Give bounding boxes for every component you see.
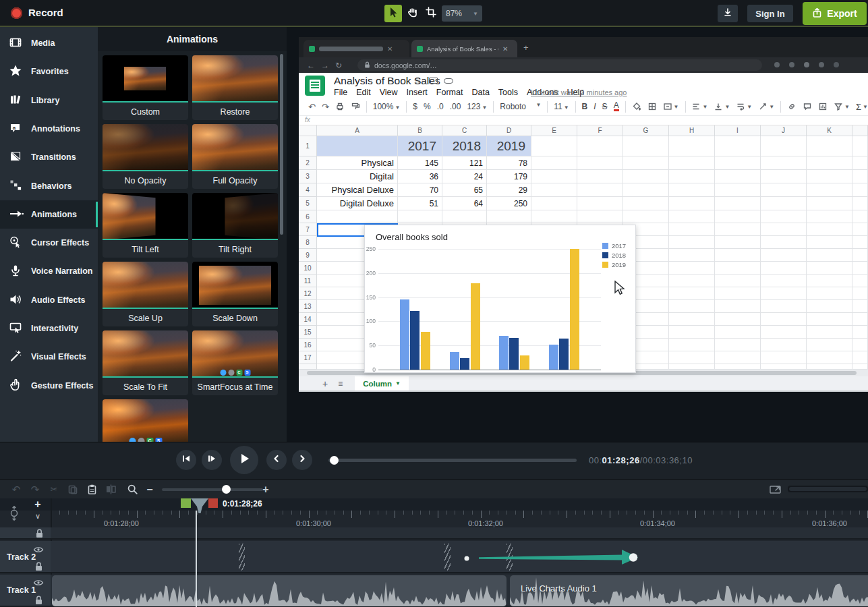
animation-tile-custom[interactable]: Custom bbox=[103, 55, 188, 120]
download-button[interactable] bbox=[718, 5, 738, 22]
bar-2017-physical-deluxe bbox=[499, 336, 509, 370]
timeline-zoom-slider[interactable] bbox=[162, 488, 263, 491]
sidebar-item-voice-narration[interactable]: Voice Narration bbox=[0, 257, 98, 285]
seek-track[interactable] bbox=[328, 459, 577, 462]
animation-tile-partial[interactable]: CS bbox=[103, 399, 188, 442]
cut-icon: ✂ bbox=[51, 484, 58, 494]
add-track-button[interactable]: + bbox=[31, 499, 45, 511]
animations-panel: Animations Custom Restore No Opacity Ful… bbox=[98, 27, 287, 442]
ruler-tick bbox=[248, 511, 249, 515]
menu-view: View bbox=[380, 88, 398, 97]
grid-cell bbox=[761, 351, 807, 364]
sidebar-item-visual-effects[interactable]: Visual Effects bbox=[0, 343, 98, 371]
sidebar-item-animations[interactable]: Animations bbox=[0, 200, 98, 229]
grid-cell bbox=[807, 136, 852, 156]
animation-tile-scale-down[interactable]: Scale Down bbox=[192, 262, 278, 326]
panel-scrollbar[interactable] bbox=[280, 54, 283, 235]
animation-thumbnail bbox=[192, 193, 278, 240]
animation-tile-smartfocus-at-time[interactable]: CS SmartFocus at Time bbox=[192, 330, 278, 395]
sidebar-item-label: Library bbox=[31, 96, 59, 105]
column-header: H bbox=[669, 125, 715, 136]
clip-label: Live Charts Audio 1 bbox=[521, 583, 597, 594]
grid-cell: 179 bbox=[487, 170, 531, 183]
chart-gridline bbox=[378, 273, 601, 274]
canvas-zoom-select[interactable]: 87%▼ bbox=[442, 5, 482, 22]
export-button[interactable]: Export bbox=[803, 2, 867, 25]
column-header: J bbox=[761, 125, 807, 136]
cloud-status-icon bbox=[444, 78, 453, 84]
behaviors-icon bbox=[9, 179, 24, 194]
next-button[interactable] bbox=[292, 450, 312, 470]
pan-tool-button[interactable] bbox=[404, 5, 422, 22]
ruler-tick bbox=[412, 511, 413, 515]
animation-tile-scale-up[interactable]: Scale Up bbox=[103, 262, 188, 326]
animation-tile-full-opacity[interactable]: Full Opacity bbox=[192, 124, 278, 189]
paste-button[interactable] bbox=[84, 480, 100, 499]
timeline-hscrollbar[interactable] bbox=[788, 486, 868, 492]
italic-icon: I bbox=[594, 102, 596, 111]
animation-tile-scale-to-fit[interactable]: Scale To Fit bbox=[103, 330, 188, 395]
ruler-tick bbox=[360, 511, 361, 515]
audio-clip-live-charts[interactable]: Live Charts Audio 1 bbox=[510, 575, 868, 606]
sidebar-item-favorites[interactable]: Favorites bbox=[0, 57, 98, 86]
playhead-line[interactable] bbox=[196, 511, 197, 607]
sidebar-item-interactivity[interactable]: Interactivity bbox=[0, 314, 98, 343]
sidebar-item-audio-effects[interactable]: Audio Effects bbox=[0, 286, 98, 314]
pointer-tool-button[interactable] bbox=[384, 5, 402, 22]
zoom-out-button[interactable]: − bbox=[142, 480, 158, 499]
sidebar-item-gesture-effects[interactable]: Gesture Effects bbox=[0, 372, 98, 400]
row-header: 14 bbox=[299, 313, 317, 326]
magnifier-button[interactable] bbox=[124, 480, 140, 499]
pointer-icon bbox=[387, 6, 399, 21]
ruler-tick bbox=[257, 511, 258, 515]
animation-arrow[interactable] bbox=[462, 542, 644, 569]
collapse-tracks-button[interactable]: ∨ bbox=[31, 512, 45, 522]
grid-cell bbox=[852, 197, 868, 210]
lock-icon[interactable] bbox=[34, 562, 43, 574]
lock-icon[interactable] bbox=[35, 529, 44, 541]
previous-button[interactable] bbox=[266, 450, 287, 470]
grid-cell: 24 bbox=[442, 170, 487, 183]
redo-icon: ↷ bbox=[31, 484, 40, 496]
timeline-zoom-handle[interactable] bbox=[222, 485, 231, 494]
row-header: 12 bbox=[299, 287, 317, 300]
crop-tool-button[interactable] bbox=[422, 5, 440, 22]
playhead-handle[interactable] bbox=[191, 498, 208, 514]
detach-timeline-button[interactable] bbox=[769, 484, 784, 498]
step-forward-button[interactable] bbox=[202, 450, 222, 470]
track-name: Track 1 bbox=[7, 585, 36, 595]
ruler-tick bbox=[704, 511, 705, 515]
sign-in-button[interactable]: Sign In bbox=[747, 5, 793, 22]
ruler-tick bbox=[653, 511, 654, 518]
sidebar-item-cursor-effects[interactable]: Cursor Effects bbox=[0, 229, 98, 257]
ruler-tick bbox=[85, 511, 86, 515]
grid-cell bbox=[669, 156, 715, 170]
seek-handle[interactable] bbox=[330, 456, 339, 465]
animation-tile-restore[interactable]: Restore bbox=[192, 55, 278, 120]
toolbar-zoom: 100%▼ bbox=[373, 102, 401, 111]
lock-icon[interactable] bbox=[34, 596, 43, 607]
play-icon bbox=[237, 452, 251, 468]
sidebar-item-transitions[interactable]: Transitions bbox=[0, 143, 98, 171]
audio-clip[interactable] bbox=[52, 575, 507, 606]
browser-nav-bar: ← → ↻ docs.google.com/… bbox=[299, 57, 868, 73]
playhead-out-handle[interactable] bbox=[208, 498, 218, 508]
animation-tile-label: Full Opacity bbox=[192, 173, 278, 189]
play-button[interactable] bbox=[230, 446, 258, 474]
sidebar-item-behaviors[interactable]: Behaviors bbox=[0, 172, 98, 200]
sidebar-item-annotations[interactable]: a Annotations bbox=[0, 115, 98, 143]
animation-tile-no-opacity[interactable]: No Opacity bbox=[103, 124, 188, 189]
sidebar-item-media[interactable]: Media bbox=[0, 29, 98, 57]
animation-tile-tilt-left[interactable]: Tilt Left bbox=[103, 193, 188, 258]
playhead-in-handle[interactable] bbox=[181, 498, 191, 508]
toolbar-separator bbox=[547, 101, 548, 113]
grid-cell bbox=[531, 170, 577, 183]
animation-tile-tilt-right[interactable]: Tilt Right bbox=[192, 193, 278, 258]
sidebar-item-library[interactable]: Library bbox=[0, 86, 98, 115]
step-back-button[interactable] bbox=[176, 450, 196, 470]
track-height-zoom[interactable] bbox=[7, 503, 22, 526]
grid-cell bbox=[852, 170, 868, 183]
zoom-in-button[interactable]: + bbox=[258, 480, 274, 499]
toolbar-font_size: 11▼ bbox=[554, 102, 569, 111]
grid-cell bbox=[715, 274, 761, 287]
